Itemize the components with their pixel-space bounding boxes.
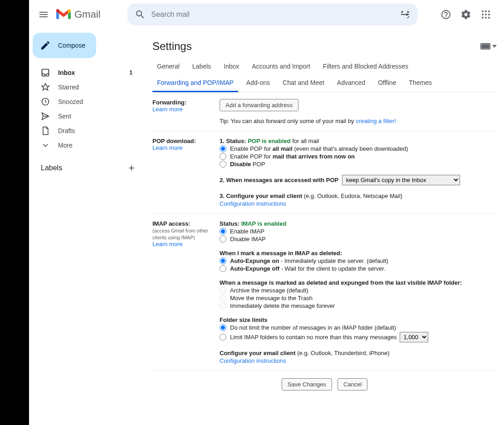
pop-radio-now-on[interactable] bbox=[220, 153, 226, 160]
tab-offline[interactable]: Offline bbox=[373, 74, 401, 92]
tab-themes[interactable]: Themes bbox=[404, 74, 436, 92]
compose-button[interactable]: Compose bbox=[33, 33, 96, 58]
search-input[interactable] bbox=[149, 10, 396, 19]
settings-header: Settings bbox=[152, 36, 497, 58]
svg-point-5 bbox=[488, 14, 490, 15]
cancel-button[interactable]: Cancel bbox=[338, 378, 367, 390]
pop-title: POP download: bbox=[152, 138, 196, 144]
header: Gmail bbox=[29, 0, 504, 29]
pop-radio-disable-label[interactable]: Disable POP bbox=[230, 161, 265, 168]
pop-radio-all-mail[interactable] bbox=[220, 145, 226, 152]
imap-radio-delete-forever bbox=[220, 302, 226, 309]
labels-header: Labels bbox=[29, 160, 145, 176]
forwarding-learn-more-link[interactable]: Learn more bbox=[152, 106, 182, 113]
tip-text: Tip: You can also forward only some of y… bbox=[220, 118, 356, 124]
imap-radio-enable-label[interactable]: Enable IMAP bbox=[230, 228, 264, 235]
imap-radio-no-limit-label[interactable]: Do not limit the number of messages in a… bbox=[230, 324, 396, 331]
nav-label: Sent bbox=[58, 113, 132, 120]
imap-content: Status: IMAP is enabled Enable IMAP Disa… bbox=[220, 220, 497, 364]
pop-learn-more-link[interactable]: Learn more bbox=[152, 144, 182, 151]
imap-status: IMAP is enabled bbox=[241, 220, 286, 227]
imap-radio-expunge-off[interactable] bbox=[220, 265, 226, 272]
pop-action-select[interactable]: keep Gmail's copy in the Inbox bbox=[342, 175, 460, 185]
gmail-logo[interactable]: Gmail bbox=[56, 9, 100, 20]
imap-title: IMAP access: bbox=[152, 220, 191, 227]
pop-radio-disable[interactable] bbox=[220, 161, 226, 168]
svg-point-4 bbox=[485, 14, 487, 15]
tab-addons[interactable]: Add-ons bbox=[242, 74, 274, 92]
imap-learn-more-link[interactable]: Learn more bbox=[152, 241, 182, 247]
imap-radio-disable-row: Disable IMAP bbox=[220, 236, 497, 242]
tab-accounts-import[interactable]: Accounts and Import bbox=[247, 58, 314, 74]
plus-icon bbox=[127, 163, 136, 173]
tab-forwarding-pop-imap[interactable]: Forwarding and POP/IMAP bbox=[152, 74, 238, 92]
search-button[interactable] bbox=[131, 5, 149, 24]
gear-icon bbox=[460, 9, 471, 20]
imap-delete-forever-row: Immediately delete the message forever bbox=[220, 302, 497, 309]
imap-radio-enable[interactable] bbox=[220, 228, 226, 235]
imap-delete-heading: When I mark a message in IMAP as deleted… bbox=[220, 250, 497, 257]
main-menu-button[interactable] bbox=[33, 4, 54, 25]
settings-button[interactable] bbox=[457, 5, 475, 24]
tab-chat-meet[interactable]: Chat and Meet bbox=[278, 74, 329, 92]
forwarding-section: Forwarding: Learn more Add a forwarding … bbox=[152, 93, 497, 131]
header-right bbox=[437, 5, 500, 24]
imap-radio-archive bbox=[220, 287, 226, 294]
nav-label: Starred bbox=[58, 84, 132, 91]
imap-sub: (access Gmail from other clients using I… bbox=[152, 228, 208, 240]
imap-expunge-on-row: Auto-Expunge on - Immediately update the… bbox=[220, 257, 497, 264]
star-icon bbox=[41, 83, 50, 92]
input-tools-button[interactable] bbox=[480, 43, 497, 49]
pop-s2-label: 2. When messages are accessed with POP bbox=[220, 177, 338, 183]
nav-drafts[interactable]: Drafts bbox=[29, 124, 138, 138]
svg-point-7 bbox=[485, 17, 487, 19]
apps-button[interactable] bbox=[477, 5, 495, 24]
tab-filters-blocked[interactable]: Filters and Blocked Addresses bbox=[318, 58, 413, 74]
nav-starred[interactable]: Starred bbox=[29, 80, 138, 94]
svg-point-0 bbox=[482, 10, 484, 12]
search-icon bbox=[135, 9, 146, 20]
tab-labels[interactable]: Labels bbox=[188, 58, 215, 74]
chevron-down-icon bbox=[41, 141, 50, 150]
labels-title: Labels bbox=[41, 164, 62, 172]
tab-inbox[interactable]: Inbox bbox=[219, 58, 244, 74]
imap-radio-disable[interactable] bbox=[220, 236, 226, 242]
create-filter-link[interactable]: creating a filter! bbox=[356, 118, 396, 124]
imap-status-pre: Status: bbox=[220, 220, 241, 227]
imap-radio-disable-label[interactable]: Disable IMAP bbox=[230, 236, 266, 242]
tab-advanced[interactable]: Advanced bbox=[333, 74, 370, 92]
imap-expunged-heading: When a message is marked as deleted and … bbox=[220, 279, 497, 286]
pop-section: POP download: Learn more 1. Status: POP … bbox=[152, 131, 497, 214]
support-button[interactable] bbox=[437, 5, 455, 24]
add-forwarding-address-button[interactable]: Add a forwarding address bbox=[220, 99, 298, 111]
nav-inbox[interactable]: Inbox 1 bbox=[29, 65, 138, 80]
imap-trash-row: Move the message to the Trash bbox=[220, 295, 497, 301]
imap-archive-row: Archive the message (default) bbox=[220, 287, 497, 294]
imap-radio-expunge-off-label[interactable]: Auto-Expunge off - Wait for the client t… bbox=[230, 265, 386, 272]
nav-more[interactable]: More bbox=[29, 138, 138, 153]
pop-radio-all-mail-row: Enable POP for all mail (even mail that'… bbox=[220, 145, 497, 152]
nav-sent[interactable]: Sent bbox=[29, 109, 138, 124]
save-changes-button[interactable]: Save Changes bbox=[282, 378, 332, 390]
svg-point-6 bbox=[482, 17, 484, 19]
imap-radio-limit[interactable] bbox=[220, 334, 226, 341]
search-options-button[interactable] bbox=[396, 5, 414, 24]
imap-limit-select[interactable]: 1,000 bbox=[400, 332, 428, 342]
file-icon bbox=[41, 126, 50, 135]
pop-radio-all-mail-label[interactable]: Enable POP for all mail (even mail that'… bbox=[230, 145, 408, 152]
nav-snoozed[interactable]: Snoozed bbox=[29, 94, 138, 109]
imap-cfg-bold: Configure your email client bbox=[220, 350, 296, 356]
pop-radio-now-on-label[interactable]: Enable POP for mail that arrives from no… bbox=[230, 153, 355, 160]
gmail-m-icon bbox=[56, 9, 71, 20]
imap-radio-no-limit[interactable] bbox=[220, 324, 226, 331]
add-label-button[interactable] bbox=[127, 163, 136, 173]
imap-radio-limit-label[interactable]: Limit IMAP folders to contain no more th… bbox=[230, 334, 397, 341]
imap-radio-expunge-on-label[interactable]: Auto-Expunge on - Immediately update the… bbox=[230, 257, 388, 264]
tab-general[interactable]: General bbox=[152, 58, 184, 74]
imap-limit-row: Limit IMAP folders to contain no more th… bbox=[220, 332, 497, 342]
pop-config-instructions-link[interactable]: Configuration instructions bbox=[220, 200, 286, 207]
svg-point-8 bbox=[488, 17, 490, 19]
imap-radio-expunge-on[interactable] bbox=[220, 257, 226, 264]
nav-label: More bbox=[58, 142, 132, 149]
imap-config-instructions-link[interactable]: Configuration instructions bbox=[220, 357, 286, 364]
